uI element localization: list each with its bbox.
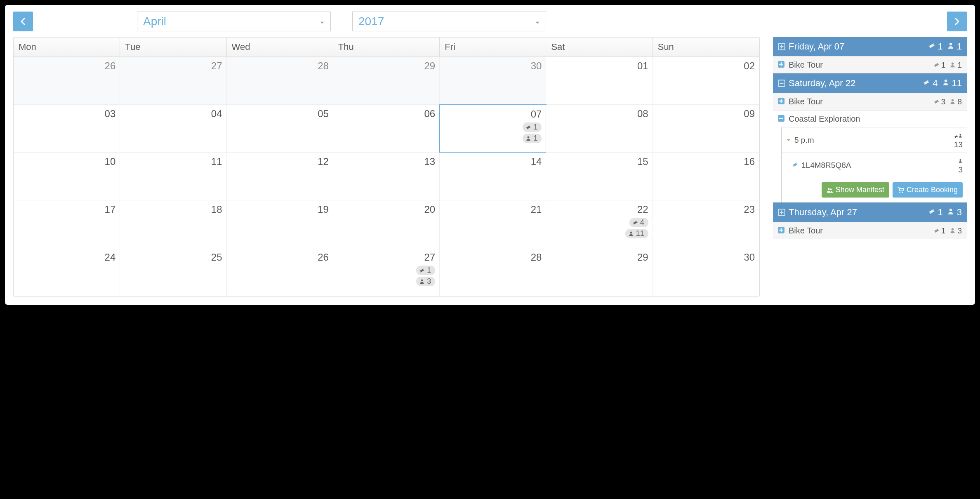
show-manifest-button[interactable]: Show Manifest [822,182,889,198]
calendar-body: 2627282930010203040506071108091011121314… [14,57,759,296]
ticket-icon [954,135,959,138]
cell-day-number: 11 [124,156,222,167]
calendar-cell[interactable]: 18 [120,200,226,248]
person-icon [949,228,956,234]
product-name: Bike Tour [789,226,823,235]
product-row[interactable]: Bike Tour 1 3 [773,222,967,239]
people-count: 3 [957,226,962,235]
calendar-cell[interactable]: 08 [546,105,653,153]
cell-day-number: 26 [18,60,115,72]
cell-day-number: 18 [124,204,222,215]
calendar-cell[interactable]: 16 [653,153,759,200]
create-booking-button[interactable]: Create Booking [893,182,963,198]
calendar-cell[interactable]: 0711 [439,104,547,153]
ticket-icon [632,220,638,226]
weekday-header: Wed [227,38,333,56]
calendar-cell[interactable]: 24 [14,248,120,296]
calendar-cell[interactable]: 03 [14,105,120,153]
time-slot-row[interactable]: 5 p.m 1 3 [782,127,967,153]
year-select[interactable]: 2017 [352,12,546,31]
calendar-cell[interactable]: 26 [227,248,333,296]
calendar-cell[interactable]: 10 [14,153,120,200]
calendar-cell[interactable]: 04 [120,105,226,153]
cell-day-number: 09 [657,108,755,120]
chevron-right-icon [953,17,961,26]
calendar-cell[interactable]: 02 [653,57,759,105]
people-count: 1 [957,61,962,70]
weekday-header: Tue [120,38,226,56]
calendar-cell[interactable]: 09 [653,105,759,153]
weekday-header: Thu [333,38,440,56]
caret-down-icon [786,136,791,145]
app-frame: April 2017 MonTueWedThuFriSatSun 2627282… [5,5,975,305]
cell-day-number: 12 [231,156,329,167]
calendar-cell[interactable]: 14 [440,153,546,200]
calendar-cell[interactable]: 29 [546,248,653,296]
calendar-cell[interactable]: 2713 [333,248,440,296]
cell-day-number: 16 [657,156,755,167]
calendar-cell[interactable]: 15 [546,153,653,200]
prev-month-button[interactable] [13,12,33,31]
cell-day-number: 25 [124,252,222,263]
people-badge: 11 [625,229,648,238]
cell-day-number: 29 [337,60,435,72]
calendar-cell[interactable]: 05 [227,105,333,153]
calendar-cell[interactable]: 17 [14,200,120,248]
calendar-cell[interactable]: 26 [14,57,120,105]
day-group-header[interactable]: Friday, Apr 07 1 1 [773,37,967,56]
caret-down-icon [535,15,540,28]
calendar-cell[interactable]: 23 [653,200,759,248]
next-month-button[interactable] [947,12,967,31]
calendar-cell[interactable]: 30 [440,57,546,105]
product-row-expanded[interactable]: Coastal Exploration [773,110,967,127]
cell-badges: 11 [444,122,542,143]
calendar-cell[interactable]: 20 [333,200,440,248]
calendar-cell[interactable]: 12 [227,153,333,200]
person-icon [942,78,949,89]
person-icon [419,279,425,285]
people-count: 11 [952,78,962,89]
cell-day-number: 04 [124,108,222,120]
calendar-cell[interactable]: 28 [227,57,333,105]
cell-day-number: 30 [657,252,755,263]
calendar-cell[interactable]: 01 [546,57,653,105]
calendar-cell[interactable]: 25 [120,248,226,296]
collapse-icon [778,80,785,87]
calendar-cell[interactable]: 28 [440,248,546,296]
booking-code-row[interactable]: 1L4M8R5Q8A 3 [782,153,967,178]
day-group-header[interactable]: Saturday, Apr 22 4 11 [773,73,967,93]
calendar-cell[interactable]: 22411 [546,200,653,248]
person-icon [525,136,531,141]
cell-day-number: 28 [444,252,542,263]
product-row[interactable]: Bike Tour 3 8 [773,93,967,110]
day-group-header[interactable]: Thursday, Apr 27 1 3 [773,202,967,222]
cell-day-number: 29 [550,252,648,263]
people-count: 3 [958,140,963,149]
person-icon [949,62,956,68]
calendar-cell[interactable]: 19 [227,200,333,248]
cell-day-number: 27 [337,252,435,263]
calendar-cell[interactable]: 27 [120,57,226,105]
calendar-cell[interactable]: 21 [440,200,546,248]
ticket-badge: 1 [416,266,435,275]
calendar-cell[interactable]: 30 [653,248,759,296]
nested-details: 5 p.m 1 3 1L4M8R5Q8A 3 Show [781,127,967,202]
calendar-cell[interactable]: 29 [333,57,440,105]
cell-day-number: 14 [444,156,542,167]
cell-day-number: 08 [550,108,648,120]
calendar-cell[interactable]: 11 [120,153,226,200]
product-row[interactable]: Bike Tour 1 1 [773,56,967,73]
cell-day-number: 20 [337,204,435,215]
cell-day-number: 26 [231,252,329,263]
cell-day-number: 01 [550,60,648,72]
year-select-value: 2017 [358,15,384,28]
expand-icon [778,97,784,106]
calendar-cell[interactable]: 06 [333,105,440,153]
product-name: Coastal Exploration [789,114,860,124]
expand-icon [778,43,785,50]
person-icon [949,99,956,105]
ticket-icon [933,62,940,68]
product-name: Bike Tour [789,97,823,106]
calendar-cell[interactable]: 13 [333,153,440,200]
month-select[interactable]: April [137,12,331,31]
